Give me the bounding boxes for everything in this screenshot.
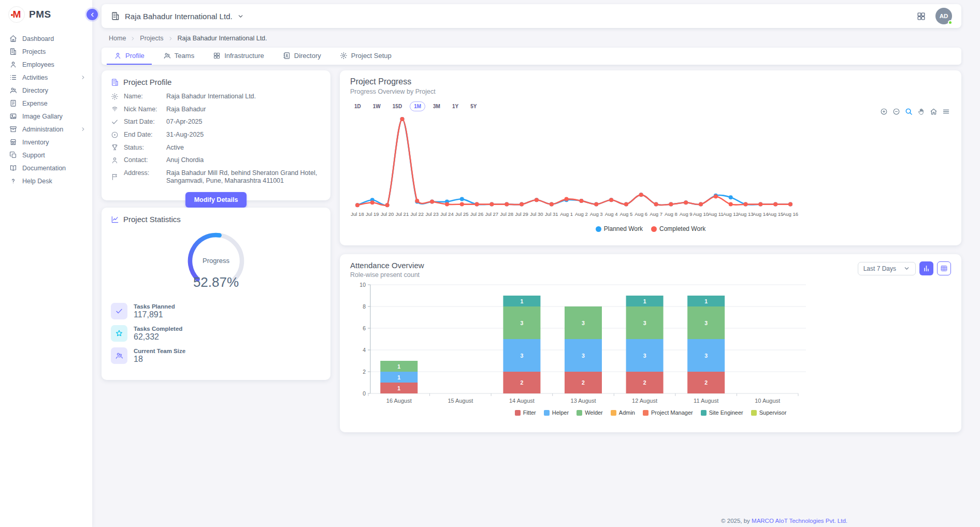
archive-icon xyxy=(9,125,17,133)
grid-icon xyxy=(213,52,221,60)
profile-field-contact: Contact:Anuj Chordia xyxy=(111,156,321,165)
sidebar-item-inventory[interactable]: Inventory xyxy=(0,136,92,149)
legend-item-supervisor[interactable]: Supervisor xyxy=(751,409,787,416)
sidebar-item-image-gallary[interactable]: Image Gallary xyxy=(0,110,92,123)
sidebar-item-help-desk[interactable]: Help Desk xyxy=(0,174,92,187)
selection-zoom-icon[interactable] xyxy=(905,108,913,118)
svg-text:Aug 1: Aug 1 xyxy=(560,211,573,217)
range-button-1m[interactable]: 1M xyxy=(410,101,425,111)
flag-icon xyxy=(111,169,119,185)
date-range-select[interactable]: Last 7 Days xyxy=(858,262,916,275)
chevron-right-icon xyxy=(130,36,136,41)
field-label: Nick Name: xyxy=(124,106,161,114)
sidebar-item-projects[interactable]: Projects xyxy=(0,45,92,58)
range-button-3m[interactable]: 3M xyxy=(429,101,444,111)
contact-book-icon xyxy=(283,52,291,60)
sidebar-item-label: Activities xyxy=(22,74,75,81)
footer-company-link[interactable]: MARCO AIoT Technologies Pvt. Ltd. xyxy=(752,518,847,524)
field-value: Active xyxy=(166,144,321,152)
legend-marker xyxy=(515,410,521,416)
chevron-right-icon xyxy=(80,126,86,132)
range-button-1y[interactable]: 1Y xyxy=(448,101,463,111)
stat-rows: Tasks Planned117,891Tasks Completed62,33… xyxy=(111,303,321,364)
fingerprint-icon xyxy=(111,105,119,114)
people-icon xyxy=(163,52,171,60)
svg-text:4: 4 xyxy=(363,347,366,353)
legend-marker xyxy=(651,226,657,232)
user-avatar[interactable]: AD xyxy=(935,8,952,24)
attendance-overview-card: Attendance Overview Role-wise present co… xyxy=(340,254,961,432)
tab-profile[interactable]: Profile xyxy=(107,48,152,65)
sidebar-item-label: Directory xyxy=(22,87,86,94)
sidebar-collapse-button[interactable] xyxy=(87,9,98,20)
menu-icon[interactable] xyxy=(942,108,950,118)
legend-item-helper[interactable]: Helper xyxy=(544,409,569,416)
svg-text:Aug 5: Aug 5 xyxy=(619,211,632,217)
building-icon xyxy=(111,78,119,86)
range-button-15d[interactable]: 15D xyxy=(388,101,406,111)
sidebar-item-dashboard[interactable]: Dashboard xyxy=(0,32,92,45)
breadcrumb-link-home[interactable]: Home xyxy=(109,35,126,42)
modify-details-button[interactable]: Modify Details xyxy=(185,192,247,208)
legend-item-site-engineer[interactable]: Site Engineer xyxy=(701,409,743,416)
range-button-5y[interactable]: 5Y xyxy=(466,101,481,111)
svg-text:Aug 12: Aug 12 xyxy=(723,211,739,217)
brand-logo-dot xyxy=(11,14,13,16)
svg-text:Aug 6: Aug 6 xyxy=(635,211,647,217)
check-icon xyxy=(115,307,123,315)
legend-item-admin[interactable]: Admin xyxy=(611,409,635,416)
zoom-in-icon[interactable] xyxy=(880,108,888,118)
legend-marker xyxy=(751,410,757,416)
legend-item-fitter[interactable]: Fitter xyxy=(515,409,536,416)
tab-teams[interactable]: Teams xyxy=(156,48,201,65)
footer-copyright: © 2025, by xyxy=(721,518,752,524)
bar-view-button[interactable] xyxy=(919,261,933,275)
tab-infrastructure[interactable]: Infrastructure xyxy=(206,48,271,65)
svg-text:Jul 29: Jul 29 xyxy=(515,211,528,217)
range-button-1d[interactable]: 1D xyxy=(350,101,365,111)
star-icon xyxy=(111,325,127,342)
svg-text:3: 3 xyxy=(582,320,585,326)
breadcrumb: HomeProjectsRaja Bahadur International L… xyxy=(102,28,961,48)
pan-icon[interactable] xyxy=(917,108,925,118)
receipt-icon xyxy=(9,99,17,107)
svg-text:Aug 2: Aug 2 xyxy=(575,211,588,217)
svg-text:Jul 18: Jul 18 xyxy=(351,211,364,217)
image-icon xyxy=(9,112,17,120)
range-button-1w[interactable]: 1W xyxy=(369,101,385,111)
people-icon xyxy=(111,347,127,364)
legend-item-completed-work[interactable]: Completed Work xyxy=(651,225,705,232)
legend-marker xyxy=(544,410,550,416)
sidebar-item-documentation[interactable]: Documentation xyxy=(0,162,92,174)
legend-item-welder[interactable]: Welder xyxy=(577,409,603,416)
reset-home-icon[interactable] xyxy=(930,108,938,118)
legend-marker xyxy=(596,226,601,232)
progress-line-chart[interactable]: Jul 18Jul 19Jul 20Jul 21Jul 22Jul 23Jul … xyxy=(350,111,951,224)
tab-label: Teams xyxy=(175,52,194,60)
zoom-out-icon[interactable] xyxy=(892,108,900,118)
sidebar-item-activities[interactable]: Activities xyxy=(0,71,92,84)
sidebar-item-employees[interactable]: Employees xyxy=(0,58,92,71)
svg-text:Jul 26: Jul 26 xyxy=(470,211,483,217)
svg-text:1: 1 xyxy=(397,385,400,391)
sidebar-item-expense[interactable]: Expense xyxy=(0,97,92,110)
circle-dot-icon xyxy=(111,130,119,139)
breadcrumb-link-projects[interactable]: Projects xyxy=(140,35,163,42)
legend-item-planned-work[interactable]: Planned Work xyxy=(596,225,643,232)
attendance-bar-chart[interactable]: 024681011116 August15 August233114 Augus… xyxy=(350,279,951,409)
range-buttons: 1D1W15D1M3M1Y5Y xyxy=(350,101,951,111)
table-view-button[interactable] xyxy=(937,261,951,275)
svg-text:Jul 30: Jul 30 xyxy=(530,211,543,217)
sidebar-item-administration[interactable]: Administration xyxy=(0,123,92,136)
tab-project-setup[interactable]: Project Setup xyxy=(333,48,399,65)
svg-text:Aug 3: Aug 3 xyxy=(590,211,603,217)
brand[interactable]: M PMS xyxy=(0,0,92,28)
sidebar-item-label: Support xyxy=(22,152,86,159)
gear-icon xyxy=(340,52,348,60)
sidebar-item-support[interactable]: Support xyxy=(0,149,92,162)
company-selector[interactable]: Raja Bahadur International Ltd. xyxy=(111,11,244,21)
apps-grid-icon[interactable] xyxy=(916,11,926,21)
sidebar-item-directory[interactable]: Directory xyxy=(0,84,92,97)
tab-directory[interactable]: Directory xyxy=(276,48,328,65)
legend-item-project-manager[interactable]: Project Manager xyxy=(643,409,693,416)
